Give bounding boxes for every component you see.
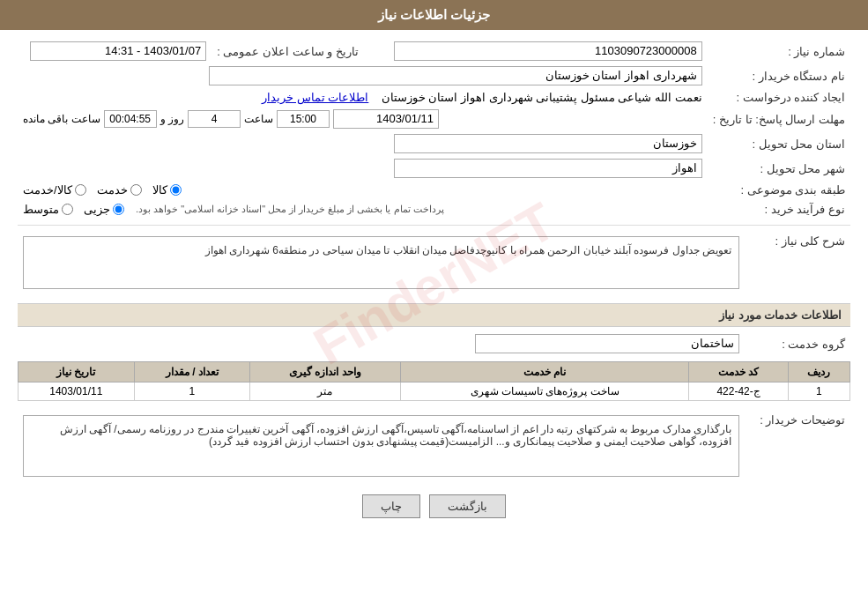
radio-jozi[interactable]: جزیی xyxy=(84,203,124,216)
description-label: شرح کلی نیاز : xyxy=(745,229,850,296)
creator-value: نعمت الله شیاعی مسئول پشتیبانی شهرداری ا… xyxy=(18,88,708,107)
radio-motavaset-label: متوسط xyxy=(23,203,59,216)
print-button[interactable]: چاپ xyxy=(362,494,420,518)
cell-name: ساخت پروژه‌های تاسیسات شهری xyxy=(400,382,689,401)
col-unit: واحد اندازه گیری xyxy=(250,362,401,382)
service-group-input: ساختمان xyxy=(475,334,739,353)
city-label: شهر محل تحویل : xyxy=(708,156,850,181)
province-label: استان محل تحویل : xyxy=(708,131,850,156)
buyer-notes-text: بارگذاری مدارک مربوط به شرکتهای رتبه دار… xyxy=(60,423,731,448)
cell-code: ج-42-422 xyxy=(689,382,788,401)
radio-kala-khedmat-input[interactable] xyxy=(75,184,86,196)
description-box: تعویض جداول فرسوده آبلند خیابان الرحمن ه… xyxy=(23,236,739,289)
buyer-notes-value: بارگذاری مدارک مربوط به شرکتهای رتبه دار… xyxy=(18,408,745,484)
need-number-label: شماره نیاز : xyxy=(708,39,850,63)
process-label: نوع فرآیند خرید : xyxy=(708,199,850,219)
time-value: 15:00 xyxy=(277,110,330,128)
description-value: تعویض جداول فرسوده آبلند خیابان الرحمن ه… xyxy=(18,229,745,296)
radio-kala-input[interactable] xyxy=(170,184,182,196)
cell-row: 1 xyxy=(788,382,849,401)
col-qty: تعداد / مقدار xyxy=(134,362,250,382)
content-area: FinderNET شماره نیاز : 1103090723000008 … xyxy=(0,30,868,538)
buyer-notes-table: توضیحات خریدار : بارگذاری مدارک مربوط به… xyxy=(18,408,850,484)
category-label: طبقه بندی موضوعی : xyxy=(708,181,850,199)
announce-date-input: 1403/01/07 - 14:31 xyxy=(30,41,206,61)
process-row: متوسط جزیی پرداخت تمام یا بخشی از مبلغ خ… xyxy=(18,199,708,219)
need-number-value: 1103090723000008 xyxy=(376,39,708,63)
radio-kala-khedmat-label: کالا/خدمت xyxy=(23,183,72,197)
service-group-table: گروه خدمت : ساختمان xyxy=(18,331,850,356)
province-input: خوزستان xyxy=(394,134,702,153)
time-label: ساعت xyxy=(244,113,273,125)
cell-qty: 1 xyxy=(134,382,250,401)
need-number-input: 1103090723000008 xyxy=(394,41,702,61)
page-wrapper: جزئیات اطلاعات نیاز FinderNET شماره نیاز… xyxy=(0,0,868,609)
service-table: ردیف کد خدمت نام خدمت واحد اندازه گیری ت… xyxy=(18,361,850,401)
remaining-label: ساعت باقی مانده xyxy=(23,113,100,125)
deadline-row: ساعت باقی مانده 00:04:55 روز و 4 ساعت 15… xyxy=(18,107,708,131)
col-code: کد خدمت xyxy=(689,362,788,382)
buttons-row: بازگشت چاپ xyxy=(18,494,850,518)
service-group-label: گروه خدمت : xyxy=(745,331,850,356)
service-group-value: ساختمان xyxy=(18,331,745,356)
radio-motavaset[interactable]: متوسط xyxy=(23,203,73,216)
announce-date-value: 1403/01/07 - 14:31 xyxy=(18,39,211,63)
radio-kala-khedmat[interactable]: کالا/خدمت xyxy=(23,183,86,197)
table-row: 1ج-42-422ساخت پروژه‌های تاسیسات شهریمتر1… xyxy=(19,382,850,401)
creator-label: ایجاد کننده درخواست : xyxy=(708,88,850,107)
radio-khedmat-input[interactable] xyxy=(130,184,142,196)
process-note: پرداخت تمام یا بخشی از مبلغ خریدار از مح… xyxy=(131,202,449,217)
radio-motavaset-input[interactable] xyxy=(62,204,73,215)
buyer-org-label: نام دستگاه خریدار : xyxy=(708,63,850,88)
radio-khedmat-label: خدمت xyxy=(97,183,128,197)
divider-1 xyxy=(18,225,850,226)
buyer-org-value: شهرداری اهواز استان خوزستان xyxy=(18,63,708,88)
radio-jozi-label: جزیی xyxy=(84,203,110,216)
buyer-notes-label: توضیحات خریدار : xyxy=(745,408,850,484)
city-input: اهواز xyxy=(394,159,702,178)
title-text: جزئیات اطلاعات نیاز xyxy=(378,7,490,22)
col-name: نام خدمت xyxy=(400,362,689,382)
buyer-org-input: شهرداری اهواز استان خوزستان xyxy=(209,66,702,85)
description-table: شرح کلی نیاز : تعویض جداول فرسوده آبلند … xyxy=(18,229,850,296)
deadline-label: مهلت ارسال پاسخ: تا تاریخ : xyxy=(708,107,850,131)
creator-link[interactable]: اطلاعات تماس خریدار xyxy=(262,91,368,104)
service-section-header: اطلاعات خدمات مورد نیاز xyxy=(18,303,850,327)
info-table-1: شماره نیاز : 1103090723000008 تاریخ و سا… xyxy=(18,39,850,219)
category-row: کالا/خدمت خدمت کالا xyxy=(18,181,708,199)
radio-kala-label: کالا xyxy=(152,183,167,197)
cell-date: 1403/01/11 xyxy=(19,382,135,401)
buyer-notes-box: بارگذاری مدارک مربوط به شرکتهای رتبه دار… xyxy=(23,415,739,477)
col-row: ردیف xyxy=(788,362,849,382)
cell-unit: متر xyxy=(250,382,401,401)
province-value: خوزستان xyxy=(18,131,708,156)
description-text: تعویض جداول فرسوده آبلند خیابان الرحمن ه… xyxy=(205,244,731,256)
remaining-time: 00:04:55 xyxy=(104,110,157,128)
back-button[interactable]: بازگشت xyxy=(429,494,506,518)
radio-khedmat[interactable]: خدمت xyxy=(97,183,142,197)
days-label: روز و xyxy=(160,113,184,125)
deadline-date: 1403/01/11 xyxy=(333,109,439,129)
radio-kala[interactable]: کالا xyxy=(152,183,182,197)
radio-jozi-input[interactable] xyxy=(113,204,124,215)
creator-text: نعمت الله شیاعی مسئول پشتیبانی شهرداری ا… xyxy=(382,91,702,104)
service-title: اطلاعات خدمات مورد نیاز xyxy=(719,308,842,322)
col-date: تاریخ نیاز xyxy=(19,362,135,382)
page-title: جزئیات اطلاعات نیاز xyxy=(0,0,868,30)
city-value: اهواز xyxy=(18,156,708,181)
days-value: 4 xyxy=(188,110,241,128)
announce-date-label: تاریخ و ساعت اعلان عمومی : xyxy=(211,39,376,63)
